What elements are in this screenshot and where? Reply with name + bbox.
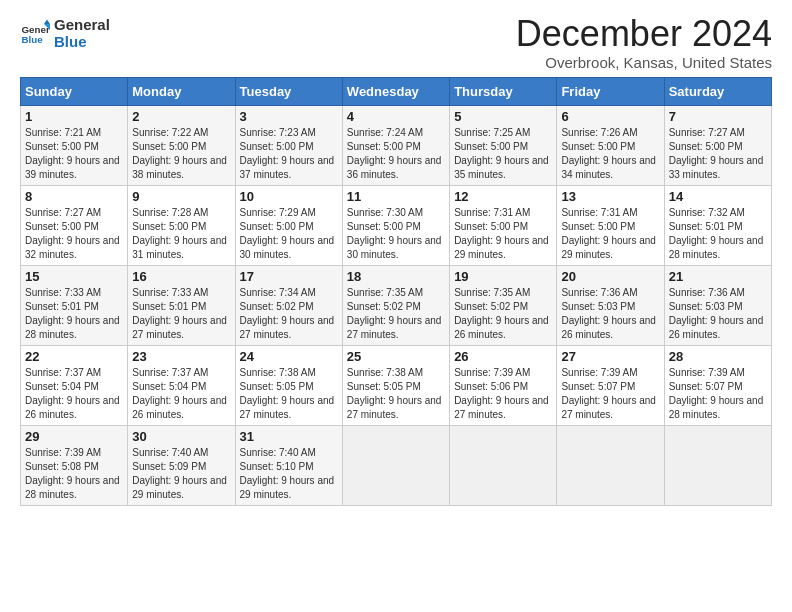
day-number: 6 bbox=[561, 109, 659, 124]
day-number: 12 bbox=[454, 189, 552, 204]
sunrise-label: Sunrise: 7:27 AM bbox=[25, 207, 101, 218]
day-info: Sunrise: 7:35 AM Sunset: 5:02 PM Dayligh… bbox=[347, 286, 445, 342]
day-number: 5 bbox=[454, 109, 552, 124]
day-info: Sunrise: 7:32 AM Sunset: 5:01 PM Dayligh… bbox=[669, 206, 767, 262]
daylight-label: Daylight: 9 hours and 31 minutes. bbox=[132, 235, 227, 260]
calendar-cell: 12 Sunrise: 7:31 AM Sunset: 5:00 PM Dayl… bbox=[450, 186, 557, 266]
day-number: 20 bbox=[561, 269, 659, 284]
weekday-header-row: Sunday Monday Tuesday Wednesday Thursday… bbox=[21, 78, 772, 106]
location: Overbrook, Kansas, United States bbox=[516, 54, 772, 71]
day-info: Sunrise: 7:24 AM Sunset: 5:00 PM Dayligh… bbox=[347, 126, 445, 182]
sunset-label: Sunset: 5:00 PM bbox=[454, 141, 528, 152]
daylight-label: Daylight: 9 hours and 28 minutes. bbox=[669, 235, 764, 260]
sunset-label: Sunset: 5:04 PM bbox=[132, 381, 206, 392]
day-info: Sunrise: 7:39 AM Sunset: 5:07 PM Dayligh… bbox=[561, 366, 659, 422]
daylight-label: Daylight: 9 hours and 32 minutes. bbox=[25, 235, 120, 260]
day-number: 19 bbox=[454, 269, 552, 284]
sunset-label: Sunset: 5:02 PM bbox=[454, 301, 528, 312]
day-info: Sunrise: 7:31 AM Sunset: 5:00 PM Dayligh… bbox=[454, 206, 552, 262]
daylight-label: Daylight: 9 hours and 27 minutes. bbox=[132, 315, 227, 340]
sunset-label: Sunset: 5:00 PM bbox=[561, 141, 635, 152]
daylight-label: Daylight: 9 hours and 26 minutes. bbox=[132, 395, 227, 420]
calendar-cell: 15 Sunrise: 7:33 AM Sunset: 5:01 PM Dayl… bbox=[21, 266, 128, 346]
calendar-cell: 25 Sunrise: 7:38 AM Sunset: 5:05 PM Dayl… bbox=[342, 346, 449, 426]
header-friday: Friday bbox=[557, 78, 664, 106]
daylight-label: Daylight: 9 hours and 27 minutes. bbox=[240, 395, 335, 420]
sunset-label: Sunset: 5:06 PM bbox=[454, 381, 528, 392]
sunrise-label: Sunrise: 7:24 AM bbox=[347, 127, 423, 138]
sunset-label: Sunset: 5:01 PM bbox=[25, 301, 99, 312]
day-info: Sunrise: 7:35 AM Sunset: 5:02 PM Dayligh… bbox=[454, 286, 552, 342]
header-monday: Monday bbox=[128, 78, 235, 106]
daylight-label: Daylight: 9 hours and 28 minutes. bbox=[25, 315, 120, 340]
daylight-label: Daylight: 9 hours and 30 minutes. bbox=[240, 235, 335, 260]
sunrise-label: Sunrise: 7:36 AM bbox=[669, 287, 745, 298]
daylight-label: Daylight: 9 hours and 39 minutes. bbox=[25, 155, 120, 180]
calendar-cell: 19 Sunrise: 7:35 AM Sunset: 5:02 PM Dayl… bbox=[450, 266, 557, 346]
calendar-cell: 10 Sunrise: 7:29 AM Sunset: 5:00 PM Dayl… bbox=[235, 186, 342, 266]
header-wednesday: Wednesday bbox=[342, 78, 449, 106]
day-number: 26 bbox=[454, 349, 552, 364]
day-number: 2 bbox=[132, 109, 230, 124]
sunrise-label: Sunrise: 7:30 AM bbox=[347, 207, 423, 218]
calendar-cell: 13 Sunrise: 7:31 AM Sunset: 5:00 PM Dayl… bbox=[557, 186, 664, 266]
calendar-cell: 6 Sunrise: 7:26 AM Sunset: 5:00 PM Dayli… bbox=[557, 106, 664, 186]
sunset-label: Sunset: 5:00 PM bbox=[347, 221, 421, 232]
logo-icon: General Blue bbox=[20, 18, 50, 48]
daylight-label: Daylight: 9 hours and 38 minutes. bbox=[132, 155, 227, 180]
svg-text:Blue: Blue bbox=[22, 34, 44, 45]
day-number: 16 bbox=[132, 269, 230, 284]
sunset-label: Sunset: 5:00 PM bbox=[240, 141, 314, 152]
day-number: 17 bbox=[240, 269, 338, 284]
day-number: 1 bbox=[25, 109, 123, 124]
day-info: Sunrise: 7:29 AM Sunset: 5:00 PM Dayligh… bbox=[240, 206, 338, 262]
sunrise-label: Sunrise: 7:37 AM bbox=[132, 367, 208, 378]
daylight-label: Daylight: 9 hours and 27 minutes. bbox=[454, 395, 549, 420]
day-number: 10 bbox=[240, 189, 338, 204]
day-info: Sunrise: 7:28 AM Sunset: 5:00 PM Dayligh… bbox=[132, 206, 230, 262]
sunrise-label: Sunrise: 7:39 AM bbox=[25, 447, 101, 458]
daylight-label: Daylight: 9 hours and 36 minutes. bbox=[347, 155, 442, 180]
day-number: 22 bbox=[25, 349, 123, 364]
sunrise-label: Sunrise: 7:25 AM bbox=[454, 127, 530, 138]
sunset-label: Sunset: 5:00 PM bbox=[240, 221, 314, 232]
calendar-table: Sunday Monday Tuesday Wednesday Thursday… bbox=[20, 77, 772, 506]
calendar-cell: 23 Sunrise: 7:37 AM Sunset: 5:04 PM Dayl… bbox=[128, 346, 235, 426]
sunset-label: Sunset: 5:03 PM bbox=[561, 301, 635, 312]
daylight-label: Daylight: 9 hours and 34 minutes. bbox=[561, 155, 656, 180]
sunset-label: Sunset: 5:05 PM bbox=[347, 381, 421, 392]
sunset-label: Sunset: 5:07 PM bbox=[561, 381, 635, 392]
day-number: 7 bbox=[669, 109, 767, 124]
sunset-label: Sunset: 5:00 PM bbox=[25, 141, 99, 152]
day-number: 31 bbox=[240, 429, 338, 444]
day-number: 30 bbox=[132, 429, 230, 444]
header-tuesday: Tuesday bbox=[235, 78, 342, 106]
day-number: 15 bbox=[25, 269, 123, 284]
daylight-label: Daylight: 9 hours and 29 minutes. bbox=[240, 475, 335, 500]
day-info: Sunrise: 7:39 AM Sunset: 5:06 PM Dayligh… bbox=[454, 366, 552, 422]
sunset-label: Sunset: 5:00 PM bbox=[132, 221, 206, 232]
day-info: Sunrise: 7:27 AM Sunset: 5:00 PM Dayligh… bbox=[25, 206, 123, 262]
daylight-label: Daylight: 9 hours and 30 minutes. bbox=[347, 235, 442, 260]
daylight-label: Daylight: 9 hours and 37 minutes. bbox=[240, 155, 335, 180]
daylight-label: Daylight: 9 hours and 26 minutes. bbox=[561, 315, 656, 340]
sunrise-label: Sunrise: 7:38 AM bbox=[240, 367, 316, 378]
day-info: Sunrise: 7:39 AM Sunset: 5:07 PM Dayligh… bbox=[669, 366, 767, 422]
day-number: 4 bbox=[347, 109, 445, 124]
sunset-label: Sunset: 5:03 PM bbox=[669, 301, 743, 312]
header: General Blue GeneralBlue December 2024 O… bbox=[20, 16, 772, 71]
daylight-label: Daylight: 9 hours and 26 minutes. bbox=[454, 315, 549, 340]
sunrise-label: Sunrise: 7:37 AM bbox=[25, 367, 101, 378]
day-info: Sunrise: 7:38 AM Sunset: 5:05 PM Dayligh… bbox=[347, 366, 445, 422]
sunset-label: Sunset: 5:02 PM bbox=[347, 301, 421, 312]
sunset-label: Sunset: 5:00 PM bbox=[25, 221, 99, 232]
sunset-label: Sunset: 5:01 PM bbox=[132, 301, 206, 312]
day-number: 18 bbox=[347, 269, 445, 284]
sunrise-label: Sunrise: 7:36 AM bbox=[561, 287, 637, 298]
daylight-label: Daylight: 9 hours and 28 minutes. bbox=[669, 395, 764, 420]
sunrise-label: Sunrise: 7:22 AM bbox=[132, 127, 208, 138]
header-sunday: Sunday bbox=[21, 78, 128, 106]
sunset-label: Sunset: 5:10 PM bbox=[240, 461, 314, 472]
sunrise-label: Sunrise: 7:26 AM bbox=[561, 127, 637, 138]
sunrise-label: Sunrise: 7:35 AM bbox=[454, 287, 530, 298]
